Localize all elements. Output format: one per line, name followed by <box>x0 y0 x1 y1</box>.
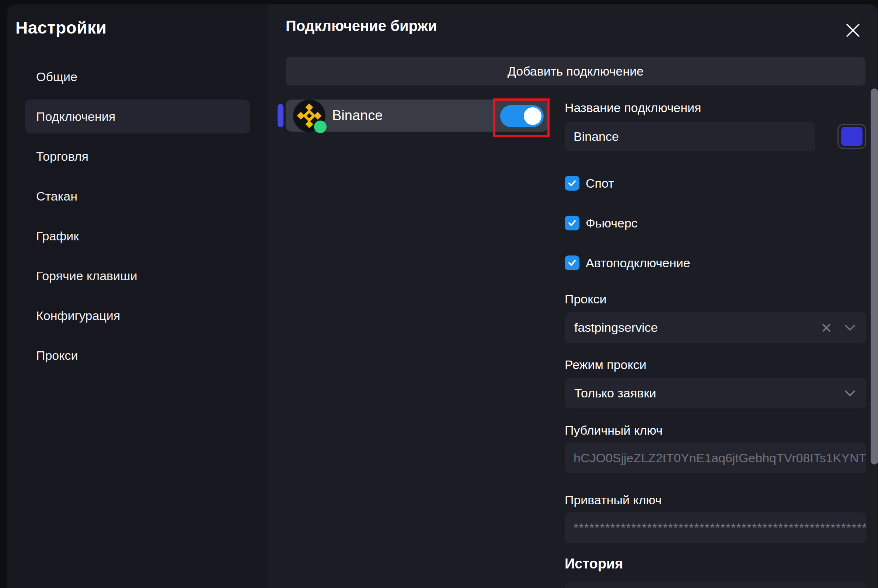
connection-name-label: Название подключения <box>565 99 866 116</box>
connection-name-value: Binance <box>574 129 619 144</box>
public-key-label: Публичный ключ <box>565 422 866 438</box>
connection-name-input[interactable]: Binance <box>565 122 815 151</box>
checkbox-row-spot[interactable]: Спот <box>565 175 866 191</box>
checkbox-spot-label: Спот <box>586 176 614 190</box>
checkbox-row-futures[interactable]: Фьючерс <box>565 215 866 231</box>
settings-modal: Настройки Общие Подключения Торговля Ста… <box>7 4 878 588</box>
private-key-input[interactable]: ****************************************… <box>565 512 866 543</box>
color-picker-swatch[interactable] <box>838 124 866 149</box>
scrollbar-thumb[interactable] <box>871 88 878 465</box>
sidebar-title: Настройки <box>15 18 268 38</box>
sidebar-item-hotkeys[interactable]: Горячие клавиши <box>25 259 250 293</box>
connection-accent-bar <box>277 104 283 127</box>
proxy-mode-selected-value: Только заявки <box>574 386 844 400</box>
private-key-label: Приватный ключ <box>565 492 866 508</box>
proxy-mode-label: Режим прокси <box>565 357 866 373</box>
proxy-dropdown-button[interactable] <box>844 324 857 332</box>
exchange-connection-panel: Подключение биржи Добавить подключение <box>268 4 878 588</box>
checkbox-spot-icon <box>565 176 580 190</box>
sidebar-item-trading[interactable]: Торговля <box>25 140 250 173</box>
history-heading: История <box>565 555 866 572</box>
chevron-down-icon <box>844 324 857 332</box>
status-online-dot <box>314 120 327 133</box>
checkbox-futures-label: Фьючерс <box>586 216 638 230</box>
sidebar-item-proxy[interactable]: Прокси <box>25 338 250 372</box>
add-connection-button[interactable]: Добавить подключение <box>286 57 866 86</box>
connection-form: Название подключения Binance Спо <box>565 99 866 588</box>
proxy-clear-button[interactable] <box>821 322 832 334</box>
public-key-value: hCJO0SjjeZLZ2tT0YnE1aq6jtGebhqTVr08ITs1K… <box>574 451 866 465</box>
private-key-masked-value: ****************************************… <box>574 520 866 535</box>
checkbox-autoconnect-label: Автоподключение <box>586 256 691 270</box>
proxy-label: Прокси <box>565 291 866 307</box>
proxy-mode-dropdown-button[interactable] <box>844 389 857 398</box>
binance-logo-icon <box>293 99 325 132</box>
color-swatch-fill <box>841 127 863 146</box>
sidebar-item-configuration[interactable]: Конфигурация <box>25 298 250 333</box>
connections-list: Binance <box>286 99 548 588</box>
sidebar-menu: Общие Подключения Торговля Стакан График… <box>7 60 268 372</box>
settings-modal-screen: Настройки Общие Подключения Торговля Ста… <box>0 0 878 588</box>
proxy-mode-select[interactable]: Только заявки <box>565 378 866 408</box>
public-key-input[interactable]: hCJO0SjjeZLZ2tT0YnE1aq6jtGebhqTVr08ITs1K… <box>565 443 866 473</box>
sidebar-item-orderbook[interactable]: Стакан <box>25 179 250 213</box>
name-row: Binance <box>565 122 866 151</box>
connection-name: Binance <box>332 108 383 123</box>
proxy-selected-value: fastpingservice <box>574 320 821 335</box>
connection-content: Binance Название подключения Binance <box>286 99 866 588</box>
checkbox-futures-icon <box>565 216 580 230</box>
close-icon <box>844 21 862 39</box>
connection-row-binance[interactable]: Binance <box>286 99 548 132</box>
connection-enabled-toggle[interactable] <box>500 105 544 127</box>
checkbox-row-autoconnect[interactable]: Автоподключение <box>565 255 866 271</box>
history-row[interactable]: 11:47:42 Н <box>565 583 866 588</box>
sidebar-item-connections[interactable]: Подключения <box>25 99 250 134</box>
checkbox-autoconnect-icon <box>565 255 580 270</box>
sidebar-item-chart[interactable]: График <box>25 219 250 253</box>
chevron-down-icon <box>844 389 857 398</box>
dialog-header: Подключение биржи <box>286 17 866 34</box>
clear-icon <box>821 322 832 334</box>
proxy-select[interactable]: fastpingservice <box>565 312 866 343</box>
settings-sidebar: Настройки Общие Подключения Торговля Ста… <box>7 4 268 588</box>
toggle-knob <box>524 107 541 125</box>
close-button[interactable] <box>844 21 862 39</box>
sidebar-item-general[interactable]: Общие <box>25 60 250 94</box>
dialog-title: Подключение биржи <box>286 18 437 34</box>
